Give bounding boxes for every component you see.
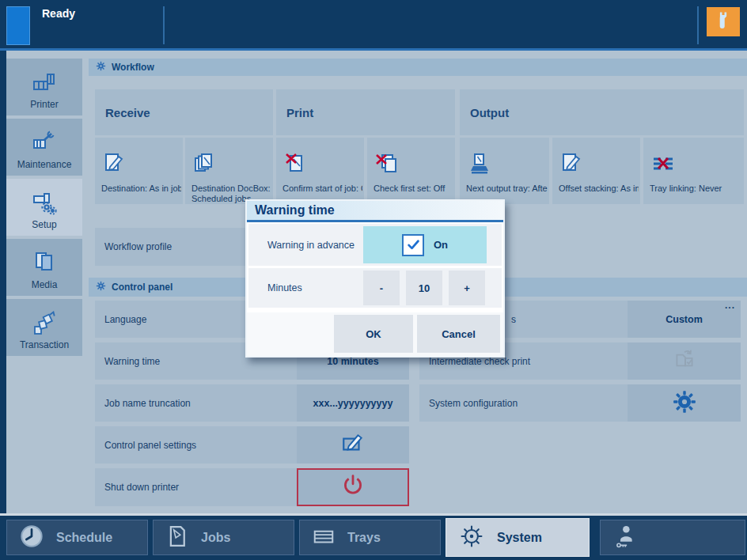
dialog-title-underline xyxy=(247,220,503,222)
tile-destination-docbox[interactable]: Destination DocBox: Scheduled jobs xyxy=(185,138,273,204)
media-icon xyxy=(31,249,58,276)
job-name-truncation-value: xxx...yyyyyyyyyy xyxy=(313,398,393,409)
tile-label: Offset stacking: As in job xyxy=(559,184,639,193)
tab-label: Schedule xyxy=(56,531,112,545)
user-key-icon xyxy=(612,524,638,552)
row-job-name-truncation[interactable]: Job name truncation xxx...yyyyyyyyyy xyxy=(95,384,409,422)
jobs-document-icon xyxy=(165,524,189,551)
dialog-footer: OK Cancel xyxy=(247,312,503,356)
tab-system[interactable]: System xyxy=(446,518,590,557)
sidebar-item-label: Maintenance xyxy=(17,159,72,170)
row-value-cell[interactable]: Custom ... xyxy=(628,301,741,338)
minutes-row: Minutes - 10 + xyxy=(248,268,502,308)
row-label: System configuration xyxy=(429,384,518,422)
tab-label: System xyxy=(497,531,542,545)
sidebar-item-label: Printer xyxy=(30,99,58,110)
row-label: Control panel settings xyxy=(104,426,196,464)
gear-icon xyxy=(96,60,106,74)
section-title: Workflow xyxy=(112,62,154,73)
edit-pad-icon xyxy=(340,431,366,460)
sidebar-item-setup[interactable]: Setup xyxy=(6,179,82,236)
system-gear-icon xyxy=(458,523,485,553)
tile-label: Next output tray: After xyxy=(466,184,548,193)
gear-icon xyxy=(96,280,106,294)
minutes-increment-button[interactable]: + xyxy=(449,271,485,305)
overflow-indicator: ... xyxy=(725,300,735,311)
sidebar-item-label: Media xyxy=(32,279,58,290)
topbar-divider xyxy=(697,6,699,44)
tab-jobs[interactable]: Jobs xyxy=(153,520,294,555)
printer-icon xyxy=(31,69,58,96)
tab-user-login[interactable] xyxy=(600,520,745,555)
tile-offset-stacking[interactable]: Offset stacking: As in job xyxy=(552,138,640,204)
system-configuration-button[interactable] xyxy=(628,384,741,422)
sidebar-item-transaction[interactable]: Transaction xyxy=(6,299,82,356)
checkbox-checked-icon[interactable] xyxy=(402,234,424,256)
power-icon xyxy=(340,473,366,501)
ok-button[interactable]: OK xyxy=(334,315,413,353)
row-label: Workflow profile xyxy=(104,228,172,266)
minutes-decrement-button[interactable]: - xyxy=(363,271,400,305)
intermediate-check-print-button[interactable] xyxy=(628,342,741,380)
row-system-configuration[interactable]: System configuration xyxy=(419,384,741,422)
maintenance-icon xyxy=(31,129,58,156)
row-control-panel-settings[interactable]: Control panel settings xyxy=(95,426,409,464)
gear-solid-icon xyxy=(672,389,697,418)
row-shut-down-printer[interactable]: Shut down printer xyxy=(95,468,409,506)
sidebar-item-media[interactable]: Media xyxy=(6,239,82,296)
toggle-state-label: On xyxy=(434,239,448,251)
row-label: Warning time xyxy=(104,342,160,380)
row-label: Shut down printer xyxy=(104,468,179,506)
sidebar-item-label: Transaction xyxy=(20,339,69,350)
tile-confirm-start[interactable]: Confirm start of job: Off xyxy=(276,138,364,204)
topbar-separator xyxy=(0,48,747,51)
topbar-divider xyxy=(163,6,165,44)
workflow-section-header: Workflow xyxy=(89,59,747,76)
column-header-print: Print xyxy=(276,89,455,135)
tile-label: Check first set: Off xyxy=(374,184,453,193)
warning-in-advance-toggle[interactable]: On xyxy=(363,226,487,263)
setup-icon xyxy=(31,189,58,216)
column-header-receive: Receive xyxy=(95,89,273,135)
dialog-row-label: Minutes xyxy=(267,268,302,308)
printer-control-screen: Ready Printer Maintenance Setup Media Tr… xyxy=(0,0,747,560)
warning-time-dialog: Warning time Warning in advance On Minut… xyxy=(245,199,505,358)
row-label: Job name truncation xyxy=(104,384,191,422)
top-status-bar xyxy=(0,0,747,48)
row-label-partial: s xyxy=(511,301,516,338)
sidebar-item-printer[interactable]: Printer xyxy=(6,59,82,115)
tab-trays[interactable]: Trays xyxy=(299,520,441,555)
minutes-value: 10 xyxy=(406,271,442,305)
row-label: Language xyxy=(104,301,146,338)
left-edge-strip xyxy=(0,51,6,513)
sidebar-item-maintenance[interactable]: Maintenance xyxy=(6,119,82,176)
tab-label: Trays xyxy=(347,531,381,545)
section-title: Control panel xyxy=(112,282,173,293)
transaction-icon xyxy=(31,309,58,336)
tile-next-output-tray[interactable]: Next output tray: After xyxy=(460,138,549,204)
check-print-icon xyxy=(672,347,697,376)
control-panel-settings-button[interactable] xyxy=(297,426,409,464)
tile-check-first-set[interactable]: Check first set: Off xyxy=(367,138,455,204)
tile-label: Confirm start of job: Off xyxy=(282,184,362,193)
printer-status-text: Ready xyxy=(42,7,75,20)
tab-schedule[interactable]: Schedule xyxy=(6,520,148,555)
wrench-icon xyxy=(713,9,734,36)
sidebar-item-label: Setup xyxy=(32,219,56,230)
clock-icon xyxy=(19,524,44,552)
dialog-title: Warning time xyxy=(247,201,503,220)
trays-icon xyxy=(312,524,336,551)
row-value-cell[interactable]: xxx...yyyyyyyyyy xyxy=(297,384,409,422)
tile-label: Tray linking: Never xyxy=(650,184,742,193)
column-header-output: Output xyxy=(460,89,744,135)
shut-down-button[interactable] xyxy=(297,468,409,506)
tile-label: Destination: As in job xyxy=(101,184,181,193)
warning-in-advance-row: Warning in advance On xyxy=(248,224,502,266)
tile-destination[interactable]: Destination: As in job xyxy=(95,138,183,204)
cancel-button[interactable]: Cancel xyxy=(417,315,500,353)
tile-tray-linking[interactable]: Tray linking: Never xyxy=(643,138,744,204)
dialog-row-label: Warning in advance xyxy=(267,224,355,266)
tools-button[interactable] xyxy=(707,7,740,36)
tab-label: Jobs xyxy=(201,531,230,545)
custom-value: Custom xyxy=(665,314,703,325)
